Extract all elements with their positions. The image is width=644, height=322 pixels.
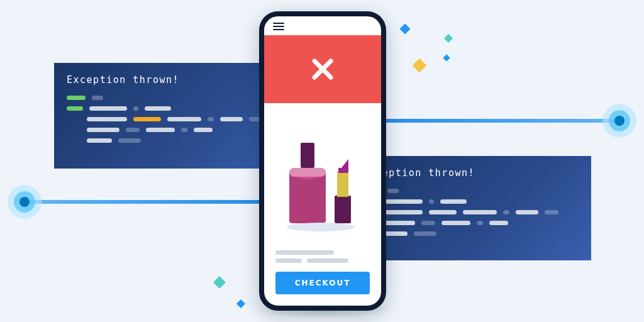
- exception-title: Exception thrown!: [67, 74, 283, 86]
- svg-rect-6: [335, 196, 351, 223]
- product-text-placeholder: [264, 250, 381, 265]
- signal-line-bottom: [23, 200, 293, 204]
- signal-line-top: [352, 119, 621, 123]
- sparkle-icon: [213, 276, 226, 289]
- svg-rect-7: [337, 172, 348, 197]
- sparkle-icon: [443, 54, 450, 61]
- code-placeholder-lines: [362, 189, 579, 236]
- checkout-button[interactable]: CHECKOUT: [275, 272, 370, 294]
- product-image: [264, 103, 381, 250]
- sparkle-icon: [413, 58, 427, 73]
- error-banner: [264, 35, 381, 103]
- svg-rect-8: [338, 168, 348, 173]
- svg-rect-2: [301, 143, 314, 168]
- close-icon: [308, 55, 337, 84]
- sparkle-icon: [400, 24, 411, 35]
- sparkle-icon: [444, 34, 453, 43]
- code-placeholder-lines: [67, 96, 283, 143]
- svg-rect-5: [289, 168, 326, 177]
- svg-point-9: [287, 223, 355, 231]
- hamburger-icon[interactable]: [273, 23, 284, 30]
- pulse-node-top: [602, 104, 636, 138]
- sparkle-icon: [236, 299, 245, 308]
- exception-title: Exception thrown!: [362, 167, 579, 179]
- pulse-node-bottom: [8, 185, 42, 219]
- phone-status-bar: [264, 16, 381, 35]
- phone-mockup: CHECKOUT: [259, 11, 386, 311]
